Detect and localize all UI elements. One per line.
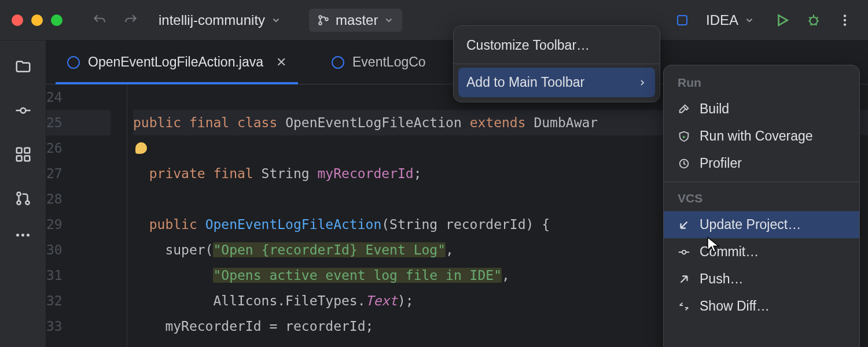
java-file-icon bbox=[67, 56, 80, 69]
more-tools-icon[interactable] bbox=[16, 234, 30, 237]
menu-separator bbox=[664, 182, 859, 182]
run-config-name: IDEA bbox=[706, 12, 738, 28]
update-project-item[interactable]: Update Project… bbox=[664, 211, 859, 238]
titlebar: intellij-community master IDEA bbox=[0, 0, 868, 40]
svg-point-14 bbox=[25, 201, 29, 204]
svg-rect-9 bbox=[24, 148, 30, 153]
undo-button[interactable] bbox=[88, 9, 111, 32]
run-coverage-item[interactable]: Run with Coverage bbox=[664, 123, 859, 150]
diff-icon bbox=[678, 300, 690, 313]
window-controls bbox=[12, 14, 62, 26]
pull-requests-tool-icon[interactable] bbox=[14, 190, 32, 209]
branch-name: master bbox=[336, 12, 378, 28]
minimize-window-button[interactable] bbox=[31, 14, 43, 26]
tab-event-log-co[interactable]: EventLogCo bbox=[318, 40, 440, 84]
intention-bulb-icon[interactable] bbox=[135, 142, 147, 154]
push-item[interactable]: Push… bbox=[664, 265, 859, 293]
maximize-window-button[interactable] bbox=[51, 14, 62, 26]
tab-label: EventLogCo bbox=[352, 54, 426, 70]
customize-toolbar-item[interactable]: Customize Toolbar… bbox=[454, 31, 660, 60]
commit-tool-icon[interactable] bbox=[14, 102, 32, 121]
svg-point-5 bbox=[844, 19, 846, 21]
project-tool-icon[interactable] bbox=[14, 58, 32, 77]
tab-open-event-log[interactable]: OpenEventLogFileAction.java ✕ bbox=[53, 40, 300, 84]
structure-tool-icon[interactable] bbox=[14, 146, 32, 165]
build-item[interactable]: Build bbox=[664, 95, 859, 123]
project-name: intellij-community bbox=[159, 12, 265, 28]
push-arrow-icon bbox=[678, 273, 690, 286]
svg-point-7 bbox=[20, 108, 25, 113]
svg-point-0 bbox=[319, 16, 322, 19]
run-config-dropdown[interactable]: IDEA bbox=[698, 9, 763, 32]
svg-point-13 bbox=[17, 201, 20, 204]
profiler-icon bbox=[678, 157, 690, 170]
project-dropdown[interactable]: intellij-community bbox=[150, 9, 289, 32]
tab-label: OpenEventLogFileAction.java bbox=[88, 54, 263, 70]
submenu-section-header: VCS bbox=[664, 187, 859, 211]
profiler-item[interactable]: Profiler bbox=[664, 150, 859, 177]
stop-icon[interactable] bbox=[677, 15, 687, 25]
shield-run-icon bbox=[678, 130, 690, 143]
svg-point-1 bbox=[319, 22, 322, 25]
update-arrow-icon bbox=[678, 219, 690, 231]
java-file-icon bbox=[332, 56, 344, 69]
menu-separator bbox=[454, 64, 660, 64]
hammer-icon bbox=[678, 103, 690, 116]
tool-strip bbox=[0, 40, 46, 347]
svg-rect-11 bbox=[24, 156, 30, 161]
chevron-right-icon bbox=[638, 78, 647, 87]
branch-dropdown[interactable]: master bbox=[309, 9, 402, 32]
svg-point-12 bbox=[17, 192, 20, 195]
close-window-button[interactable] bbox=[12, 14, 23, 26]
svg-point-6 bbox=[844, 23, 846, 25]
commit-item[interactable]: Commit… bbox=[664, 238, 859, 265]
commit-icon bbox=[678, 246, 690, 259]
svg-point-4 bbox=[844, 14, 846, 17]
gutter: 24 25 26 27 28 29 30 31 32 33 bbox=[46, 84, 127, 347]
show-diff-item[interactable]: Show Diff… bbox=[664, 293, 859, 320]
close-tab-icon[interactable]: ✕ bbox=[276, 55, 286, 70]
more-button[interactable] bbox=[833, 9, 856, 32]
submenu-section-header: Run bbox=[664, 71, 859, 95]
svg-point-16 bbox=[682, 250, 686, 253]
debug-button[interactable] bbox=[802, 9, 825, 32]
add-to-toolbar-submenu: Run Build Run with Coverage Profiler VCS… bbox=[663, 65, 860, 347]
toolbar-context-menu: Customize Toolbar… Add to Main Toolbar bbox=[453, 25, 660, 102]
run-button[interactable] bbox=[771, 9, 794, 32]
svg-rect-8 bbox=[16, 148, 21, 153]
redo-button[interactable] bbox=[119, 9, 142, 32]
add-to-toolbar-item[interactable]: Add to Main Toolbar bbox=[458, 68, 655, 97]
svg-rect-10 bbox=[16, 156, 21, 161]
